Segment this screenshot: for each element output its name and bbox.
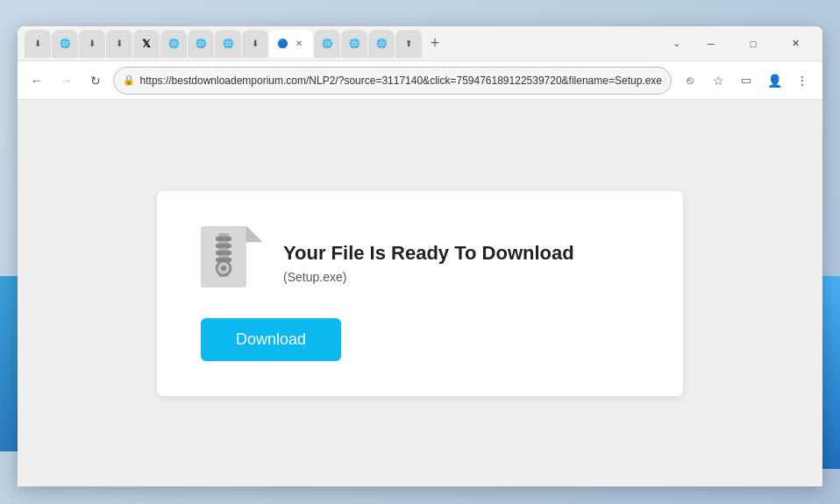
browser-tab-9[interactable]: ⬇	[242, 30, 268, 58]
more-button[interactable]: ⋮	[789, 67, 815, 94]
browser-tab-4[interactable]: ⬇	[106, 30, 132, 58]
maximize-button[interactable]: □	[733, 30, 773, 58]
nav-actions: ⎋ ☆ ▭ 👤 ⋮	[677, 67, 815, 94]
tab-favicon-4: ⬇	[113, 38, 125, 50]
browser-tab-2[interactable]: 🌐	[52, 30, 78, 58]
tab-favicon-8: 🌐	[222, 38, 234, 50]
download-heading: Your File Is Ready To Download	[283, 242, 574, 265]
lock-icon: 🔒	[123, 75, 135, 86]
page-content: Your File Is Ready To Download (Setup.ex…	[18, 100, 822, 486]
profile-button[interactable]: 👤	[761, 67, 787, 94]
card-header-row: Your File Is Ready To Download (Setup.ex…	[201, 226, 574, 301]
tab-favicon-7: 🌐	[195, 38, 207, 50]
title-bar: ⬇ 🌐 ⬇ ⬇ 𝕏 🌐 🌐	[18, 26, 822, 61]
browser-window: ⬇ 🌐 ⬇ ⬇ 𝕏 🌐 🌐	[18, 26, 822, 486]
svg-marker-2	[246, 226, 262, 242]
browser-tab-11[interactable]: 🌐	[314, 30, 340, 58]
tab-favicon-3: ⬇	[86, 38, 98, 50]
browser-tab-5[interactable]: 𝕏	[133, 30, 160, 58]
browser-tab-1[interactable]: ⬇	[25, 30, 51, 58]
zip-file-icon	[201, 226, 262, 301]
tab-bar: ⬇ 🌐 ⬇ ⬇ 𝕏 🌐 🌐	[25, 30, 659, 58]
browser-tab-3[interactable]: ⬇	[79, 30, 105, 58]
svg-rect-6	[216, 251, 231, 255]
download-card: Your File Is Ready To Download (Setup.ex…	[157, 191, 683, 396]
nav-bar: ← → ↻ 🔒 https://bestdownloademporium.com…	[18, 61, 822, 100]
tab-favicon-14: ⬆	[402, 38, 415, 50]
tab-favicon-1: ⬇	[32, 38, 44, 50]
tab-favicon-10: 🔵	[276, 38, 288, 50]
svg-rect-5	[216, 244, 231, 248]
file-info: Your File Is Ready To Download (Setup.ex…	[283, 242, 574, 284]
url-text: https://bestdownloademporium.com/NLP2/?s…	[140, 75, 662, 87]
back-button[interactable]: ←	[25, 67, 49, 94]
tab-favicon-5: 𝕏	[140, 38, 153, 50]
browser-tab-14[interactable]: ⬆	[395, 30, 422, 58]
tab-favicon-6: 🌐	[167, 38, 180, 50]
bookmark-button[interactable]: ☆	[705, 67, 731, 94]
split-screen-button[interactable]: ▭	[733, 67, 759, 94]
download-button[interactable]: Download	[201, 318, 341, 361]
forward-button[interactable]: →	[54, 67, 79, 94]
tab-favicon-9: ⬇	[249, 38, 261, 50]
browser-tab-12[interactable]: 🌐	[341, 30, 367, 58]
browser-tab-13[interactable]: 🌐	[368, 30, 395, 58]
tab-close-10[interactable]: ✕	[292, 37, 306, 51]
browser-tab-6[interactable]: 🌐	[160, 30, 187, 58]
svg-point-9	[221, 266, 226, 271]
browser-tab-7[interactable]: 🌐	[188, 30, 214, 58]
new-tab-button[interactable]: +	[423, 32, 447, 56]
share-button[interactable]: ⎋	[677, 67, 703, 94]
minimize-button[interactable]: ─	[691, 30, 731, 58]
reload-button[interactable]: ↻	[83, 67, 108, 94]
file-name: (Setup.exe)	[283, 270, 574, 284]
browser-tab-10-active[interactable]: 🔵 ✕	[269, 30, 313, 58]
tab-favicon-13: 🌐	[375, 38, 388, 50]
tab-favicon-12: 🌐	[348, 38, 360, 50]
tab-favicon-2: 🌐	[59, 38, 71, 50]
tab-favicon-11: 🌐	[321, 38, 333, 50]
close-button[interactable]: ✕	[775, 30, 815, 58]
browser-tab-8[interactable]: 🌐	[215, 30, 241, 58]
tab-list-button[interactable]: ⌄	[663, 31, 689, 57]
svg-rect-4	[216, 237, 231, 241]
address-bar[interactable]: 🔒 https://bestdownloademporium.com/NLP2/…	[113, 67, 672, 95]
